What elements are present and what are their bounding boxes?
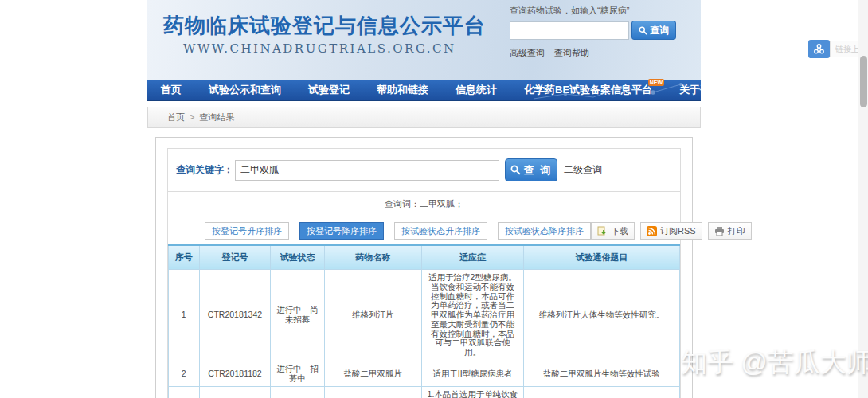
header-search-input[interactable] [510,21,629,40]
keyword-label: 查询关键字： [176,163,233,177]
cell-title: 维格列汀片人体生物等效性研究。 [524,270,680,361]
print-label: 打印 [728,225,745,237]
site-page: 药物临床试验登记与信息公示平台 WWW.CHINADRUGTRIALS.ORG.… [147,0,701,398]
cell-reg: CTR20181061 [199,387,271,398]
browser-viewport: 药物临床试验登记与信息公示平台 WWW.CHINADRUGTRIALS.ORG.… [0,0,868,398]
breadcrumb: 首页>查询结果 [147,107,701,128]
breadcrumb-current: 查询结果 [199,112,234,122]
cell-no: 1 [169,270,200,361]
results-table-body: 1CTR20181342进行中 尚未招募维格列汀片适用于治疗2型糖尿病。当饮食和… [169,270,680,398]
cell-no: 3 [169,387,200,398]
column-header: 序号 [169,245,200,270]
cell-status: 进行中 尚未招募 [271,270,324,361]
cell-no: 2 [169,361,200,387]
secondary-query-label: 二级查询 [564,163,602,177]
table-header-row: 序号登记号试验状态药物名称适应症试验通俗题目 [169,245,680,270]
nav-item-label: 帮助和链接 [377,83,428,97]
cell-drug: 盐酸二甲双胍片 [324,361,421,387]
new-badge: NEW [648,79,664,86]
column-header: 适应症 [421,245,523,270]
search-icon [510,165,521,175]
column-header: 试验通俗题目 [524,245,680,270]
breadcrumb-separator: > [190,112,194,122]
search-hint: 查询药物试验，如输入“糖尿病” [510,5,697,17]
cell-indication: 适用于治疗2型糖尿病。当饮食和运动不能有效控制血糖时，本品可作为单药治疗，或者当… [421,270,523,361]
nav-item-label: 试验登记 [308,83,350,97]
scrollbar-thumb[interactable] [860,56,867,107]
search-icon [639,26,647,35]
table-row: 3CTR20181061进行中 尚未招募盐酸二甲双胍片1.本品首选用于单纯饮食控… [169,387,680,398]
download-button[interactable]: 下载 [591,222,635,240]
nav-item[interactable]: 试验公示和查询 [195,80,295,100]
query-word-row: 查询词：二甲双胍； [168,191,680,217]
sort-button[interactable]: 按登记号降序排序 [299,222,384,240]
cell-status: 进行中 招募中 [271,361,324,387]
cell-drug: 维格列汀片 [324,270,421,361]
site-header: 药物临床试验登记与信息公示平台 WWW.CHINADRUGTRIALS.ORG.… [147,0,701,80]
results-panel: 查询关键字： 查 询 二级查询 查询词：二甲双胍； 按登记号升序排序按登记号降序… [155,137,693,398]
nav-item[interactable]: 首页 [147,80,195,100]
keyword-input[interactable] [235,160,499,181]
cell-indication: 适用于II型糖尿病患者 [421,361,523,387]
nav-bar: 首页试验公示和查询试验登记帮助和链接信息统计化学药BE试验备案信息平台NEW关于… [147,80,701,101]
nav-item[interactable]: 试验登记 [295,80,363,100]
query-button-label: 查 询 [524,163,553,178]
breadcrumb-home[interactable]: 首页 [167,112,185,122]
nav-item-label: 化学药BE试验备案信息平台 [524,83,652,97]
nav-item-label: 关于平台 [679,83,721,97]
search-help-link[interactable]: 查询帮助 [554,47,589,59]
printer-icon [714,226,725,236]
nav-item[interactable]: 帮助和链接 [363,80,442,100]
scrollbar[interactable] [858,0,868,398]
query-button[interactable]: 查 询 [505,158,557,181]
nav-item-label: 试验公示和查询 [209,83,281,97]
column-header: 登记号 [199,245,271,270]
download-label: 下载 [611,225,628,237]
header-search-button-label: 查询 [650,24,669,37]
keyword-search-row: 查询关键字： 查 询 二级查询 [168,149,680,191]
sort-button[interactable]: 按试验状态升序排序 [394,222,487,240]
cell-title: 盐酸二甲双胍片生物等效性试验 [524,387,680,398]
action-group: 下载 订阅RSS 打印 [591,222,752,240]
results-table: 序号登记号试验状态药物名称适应症试验通俗题目 1CTR20181342进行中 尚… [168,244,680,398]
nav-item[interactable]: 关于平台 [666,80,734,100]
cell-drug: 盐酸二甲双胍片 [324,387,421,398]
rss-label: 订阅RSS [660,225,696,237]
rss-button[interactable]: 订阅RSS [640,222,702,240]
site-title: 药物临床试验登记与信息公示平台 [163,12,486,40]
table-row: 2CTR20181182进行中 招募中盐酸二甲双胍片适用于II型糖尿病患者盐酸二… [169,361,680,387]
watermark: 知乎 @苦瓜大师 [681,345,868,380]
column-header: 试验状态 [271,245,324,270]
advanced-search-link[interactable]: 高级查询 [510,47,545,59]
nav-item-label: 首页 [161,83,182,97]
print-button[interactable]: 打印 [708,222,752,240]
nav-item[interactable]: 化学药BE试验备案信息平台NEW [510,80,666,100]
results-inner: 查询关键字： 查 询 二级查询 查询词：二甲双胍； 按登记号升序排序按登记号降序… [167,148,681,398]
rss-icon [647,226,657,236]
cell-reg: CTR20181182 [199,361,271,387]
nav-item-label: 信息统计 [456,83,497,97]
sort-button[interactable]: 按试验状态降序排序 [498,222,591,240]
toolbar: 按登记号升序排序按登记号降序排序按试验状态升序排序按试验状态降序排序 下载 订阅… [168,217,680,244]
cell-status: 进行中 尚未招募 [271,387,324,398]
cell-title: 盐酸二甲双胍片生物等效性试验 [524,361,680,387]
column-header: 药物名称 [324,245,421,270]
sort-group: 按登记号升序排序按登记号降序排序按试验状态升序排序按试验状态降序排序 [205,222,591,240]
cell-reg: CTR20181342 [199,270,271,361]
sort-button[interactable]: 按登记号升序排序 [205,222,289,240]
header-search-button[interactable]: 查询 [631,21,676,40]
cell-indication: 1.本品首选用于单纯饮食控制及体育锻炼治疗无效的2型糖尿病，特别是肥胖的2型糖尿… [421,387,523,398]
table-row: 1CTR20181342进行中 尚未招募维格列汀片适用于治疗2型糖尿病。当饮食和… [169,270,680,361]
download-icon [597,226,608,236]
nav-item[interactable]: 信息统计 [442,80,510,100]
site-url: WWW.CHINADRUGTRIALS.ORG.CN [183,41,456,56]
header-search: 查询药物试验，如输入“糖尿病” 查询 高级查询 查询帮助 [510,5,697,59]
share-icon [808,40,830,58]
